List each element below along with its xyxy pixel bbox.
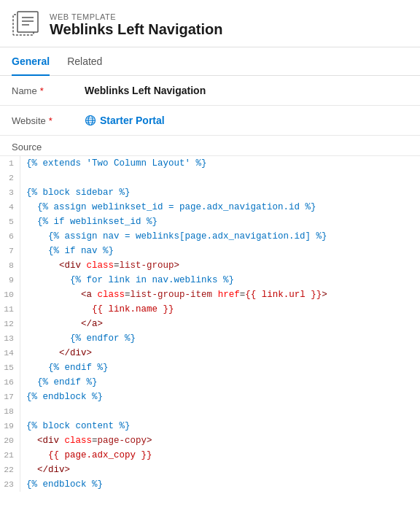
tab-general[interactable]: General (12, 48, 50, 76)
line-content: {% endblock %} (26, 390, 420, 404)
form-section: Name* Weblinks Left Navigation Website* … (0, 76, 420, 136)
line-content: {% block content %} (26, 419, 420, 433)
line-content: {% if nav %} (26, 244, 420, 258)
line-number: 13 (0, 331, 20, 346)
line-number: 22 (0, 463, 20, 477)
tab-related[interactable]: Related (67, 48, 102, 76)
line-content: {% if weblinkset_id %} (26, 215, 420, 229)
line-content: {% endif %} (26, 375, 420, 390)
name-label: Name* (12, 85, 85, 96)
line-number: 3 (0, 185, 20, 200)
line-number: 4 (0, 200, 20, 215)
name-value: Weblinks Left Navigation (85, 85, 206, 96)
code-line: 21 {{ page.adx_copy }} (0, 448, 420, 463)
code-line: 5 {% if weblinkset_id %} (0, 215, 420, 229)
line-number: 7 (0, 244, 20, 258)
code-line: 20 <div class=page-copy> (0, 433, 420, 448)
code-line: 14 </div> (0, 346, 420, 360)
code-line: 12 </a> (0, 317, 420, 331)
line-number: 23 (0, 477, 20, 492)
code-line: 11 {{ link.name }} (0, 302, 420, 317)
line-number: 18 (0, 404, 20, 419)
tab-bar: General Related (0, 47, 420, 76)
header-text-block: WEB TEMPLATE Weblinks Left Navigation (50, 12, 222, 38)
line-number: 11 (0, 302, 20, 317)
line-content: </div> (26, 346, 420, 360)
line-number: 16 (0, 375, 20, 390)
web-template-icon (12, 10, 41, 39)
line-content: <div class=page-copy> (26, 433, 420, 448)
website-link[interactable]: Starter Portal (85, 115, 165, 126)
code-line: 9 {% for link in nav.weblinks %} (0, 273, 420, 287)
code-line: 3{% block sidebar %} (0, 185, 420, 200)
name-row: Name* Weblinks Left Navigation (0, 76, 420, 106)
line-number: 17 (0, 390, 20, 404)
code-line: 15 {% endif %} (0, 360, 420, 375)
code-line: 10 <a class=list-group-item href={{ link… (0, 287, 420, 302)
code-line: 23{% endblock %} (0, 477, 420, 492)
line-content: {% assign weblinkset_id = page.adx_navig… (26, 200, 420, 215)
website-label: Website* (12, 115, 85, 126)
line-number: 12 (0, 317, 20, 331)
type-label: WEB TEMPLATE (50, 12, 222, 21)
code-line: 13 {% endfor %} (0, 331, 420, 346)
code-line: 18 (0, 404, 420, 419)
source-code-editor[interactable]: 1{% extends 'Two Column Layout' %}2 3{% … (0, 156, 420, 492)
line-number: 14 (0, 346, 20, 360)
line-number: 10 (0, 287, 20, 302)
required-star-name: * (40, 85, 44, 96)
line-content: {% endfor %} (26, 331, 420, 346)
line-content: </a> (26, 317, 420, 331)
line-content (26, 404, 420, 419)
line-number: 6 (0, 229, 20, 244)
line-content: <a class=list-group-item href={{ link.ur… (26, 287, 420, 302)
required-star-website: * (49, 115, 52, 126)
line-content: {% extends 'Two Column Layout' %} (26, 156, 420, 171)
page-title: Weblinks Left Navigation (50, 21, 222, 38)
svg-rect-1 (18, 12, 38, 32)
line-content: <div class=list-group> (26, 258, 420, 273)
page-header: WEB TEMPLATE Weblinks Left Navigation (0, 0, 420, 47)
line-content: {% endif %} (26, 360, 420, 375)
line-number: 19 (0, 419, 20, 433)
line-number: 9 (0, 273, 20, 287)
line-number: 21 (0, 448, 20, 463)
line-content: </div> (26, 463, 420, 477)
line-content: {% endblock %} (26, 477, 420, 492)
code-line: 1{% extends 'Two Column Layout' %} (0, 156, 420, 171)
globe-icon (85, 115, 96, 126)
code-line: 16 {% endif %} (0, 375, 420, 390)
source-label: Source (0, 136, 420, 156)
code-line: 2 (0, 171, 420, 185)
code-line: 7 {% if nav %} (0, 244, 420, 258)
line-number: 5 (0, 215, 20, 229)
line-number: 15 (0, 360, 20, 375)
code-line: 8 <div class=list-group> (0, 258, 420, 273)
line-content: {% block sidebar %} (26, 185, 420, 200)
website-row: Website* Starter Portal (0, 106, 420, 136)
line-content: {% for link in nav.weblinks %} (26, 273, 420, 287)
code-line: 4 {% assign weblinkset_id = page.adx_nav… (0, 200, 420, 215)
code-line: 6 {% assign nav = weblinks[page.adx_navi… (0, 229, 420, 244)
line-content (26, 171, 420, 185)
line-content: {% assign nav = weblinks[page.adx_naviga… (26, 229, 420, 244)
line-number: 8 (0, 258, 20, 273)
line-content: {{ link.name }} (26, 302, 420, 317)
code-line: 17{% endblock %} (0, 390, 420, 404)
line-number: 2 (0, 171, 20, 185)
website-value: Starter Portal (100, 115, 165, 126)
line-number: 1 (0, 156, 20, 171)
line-number: 20 (0, 433, 20, 448)
code-line: 22 </div> (0, 463, 420, 477)
line-content: {{ page.adx_copy }} (26, 448, 420, 463)
code-line: 19{% block content %} (0, 419, 420, 433)
